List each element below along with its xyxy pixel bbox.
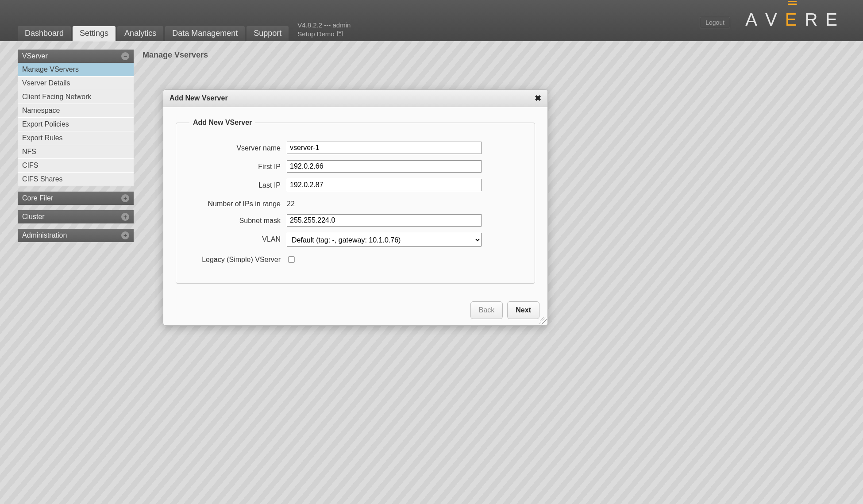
dialog-body: Add New VServer Vserver name First IP La… <box>163 107 547 295</box>
label-first-ip: First IP <box>189 160 287 171</box>
tab-analytics[interactable]: Analytics <box>117 26 163 41</box>
label-last-ip: Last IP <box>189 179 287 189</box>
plus-icon[interactable]: + <box>121 213 129 221</box>
sidebar-item-client-facing-network[interactable]: Client Facing Network <box>18 90 134 104</box>
vserver-name-input[interactable] <box>287 142 482 154</box>
sidebar-section-vserver[interactable]: VServer − <box>18 50 134 63</box>
label-ip-count: Number of IPs in range <box>189 197 287 208</box>
label-legacy: Legacy (Simple) VServer <box>189 253 287 264</box>
sidebar-item-export-rules[interactable]: Export Rules <box>18 131 134 145</box>
sidebar-item-export-policies[interactable]: Export Policies <box>18 118 134 131</box>
tab-data-management[interactable]: Data Management <box>165 26 245 41</box>
version-line: V4.8.2.2 --- admin <box>297 21 351 30</box>
minus-icon[interactable]: − <box>121 52 129 60</box>
sidebar-section-label: Administration <box>22 231 67 239</box>
main-tabs: Dashboard Settings Analytics Data Manage… <box>18 26 289 41</box>
sidebar-section-label: Core Filer <box>22 194 53 202</box>
tab-support[interactable]: Support <box>247 26 289 41</box>
page-title: Manage Vservers <box>143 50 208 60</box>
dialog-header[interactable]: Add New Vserver ✖ <box>163 90 547 107</box>
setup-name: Setup Demo <box>297 30 334 38</box>
sidebar: VServer − Manage VServers Vserver Detail… <box>18 50 134 242</box>
sidebar-item-nfs[interactable]: NFS <box>18 145 134 159</box>
last-ip-input[interactable] <box>287 179 482 191</box>
dialog-footer: Back Next <box>163 295 547 325</box>
back-button[interactable]: Back <box>470 301 503 319</box>
sidebar-item-manage-vservers[interactable]: Manage VServers <box>18 63 134 77</box>
sidebar-section-label: VServer <box>22 52 48 60</box>
label-vlan: VLAN <box>189 233 287 243</box>
sidebar-item-cifs-shares[interactable]: CIFS Shares <box>18 173 134 186</box>
logo-letter: A <box>745 10 765 30</box>
add-vserver-dialog: Add New Vserver ✖ Add New VServer Vserve… <box>163 89 548 326</box>
legacy-checkbox[interactable] <box>288 256 294 262</box>
vlan-select[interactable]: Default (tag: -, gateway: 10.1.0.76) <box>287 233 482 247</box>
sidebar-section-label: Cluster <box>22 213 45 221</box>
label-subnet-mask: Subnet mask <box>189 214 287 225</box>
logo-letter: E <box>825 10 845 30</box>
close-icon[interactable]: ✖ <box>535 93 541 103</box>
sidebar-item-cifs[interactable]: CIFS <box>18 159 134 173</box>
form-fieldset: Add New VServer Vserver name First IP La… <box>176 119 535 284</box>
top-header: Dashboard Settings Analytics Data Manage… <box>0 0 863 41</box>
brand-logo: A V E R E <box>745 10 845 30</box>
list-icon[interactable] <box>337 31 343 36</box>
sidebar-section-administration[interactable]: Administration + <box>18 229 134 242</box>
ip-count-value: 22 <box>287 197 521 208</box>
plus-icon[interactable]: + <box>121 231 129 239</box>
tab-dashboard[interactable]: Dashboard <box>18 26 71 41</box>
form-legend: Add New VServer <box>189 119 255 127</box>
subnet-mask-input[interactable] <box>287 214 482 227</box>
logo-letter-accent: E <box>785 10 805 30</box>
sidebar-section-core-filer[interactable]: Core Filer + <box>18 192 134 205</box>
status-block: V4.8.2.2 --- admin Setup Demo <box>297 21 351 38</box>
resize-handle-icon[interactable] <box>539 317 547 324</box>
first-ip-input[interactable] <box>287 160 482 173</box>
label-vserver-name: Vserver name <box>189 142 287 152</box>
next-button[interactable]: Next <box>507 301 539 319</box>
logout-button[interactable]: Logout <box>700 17 730 28</box>
logo-letter: R <box>805 10 825 30</box>
dialog-title: Add New Vserver <box>170 94 228 102</box>
logo-letter: V <box>765 10 785 30</box>
sidebar-section-cluster[interactable]: Cluster + <box>18 210 134 223</box>
tab-settings[interactable]: Settings <box>73 26 116 41</box>
plus-icon[interactable]: + <box>121 194 129 202</box>
sidebar-item-vserver-details[interactable]: Vserver Details <box>18 77 134 90</box>
sidebar-item-namespace[interactable]: Namespace <box>18 104 134 118</box>
